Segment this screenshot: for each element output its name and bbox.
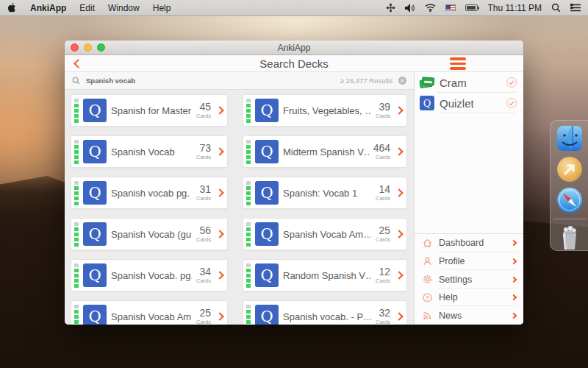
home-icon: [422, 238, 432, 247]
app-header: Search Decks: [65, 55, 523, 72]
card-count: 39: [376, 102, 390, 112]
sidebar-item-dashboard[interactable]: Dashboard: [415, 234, 523, 252]
quizlet-q-icon: Q: [255, 222, 279, 246]
service-cram[interactable]: Cram: [415, 72, 523, 93]
fan-status-icon[interactable]: [386, 3, 395, 13]
clear-search-icon[interactable]: [398, 77, 406, 85]
apple-menu[interactable]: [7, 2, 17, 13]
gear-icon: [422, 275, 432, 284]
minimize-window-button[interactable]: [84, 43, 92, 52]
cards-label: Cards: [376, 196, 390, 202]
quizlet-q-icon: Q: [255, 263, 279, 287]
battery-icon[interactable]: [465, 4, 478, 11]
sidebar-item-help[interactable]: ? Help: [415, 289, 523, 307]
card-count: 25: [376, 225, 390, 236]
close-window-button[interactable]: [71, 43, 79, 52]
deck-card[interactable]: Q Spanish vocab. - P… 32Cards: [243, 300, 407, 325]
page-title: Search Decks: [259, 57, 328, 70]
back-chevron-icon: [74, 59, 83, 68]
dock-trash-icon[interactable]: [556, 224, 584, 252]
progress-squares: [246, 99, 251, 123]
open-deck-chevron-icon[interactable]: [215, 188, 223, 197]
open-deck-chevron-icon[interactable]: [215, 106, 223, 114]
progress-squares: [74, 305, 79, 325]
dock-safari-icon[interactable]: [556, 186, 584, 214]
cards-label: Cards: [373, 155, 390, 160]
progress-squares: [246, 181, 251, 205]
sidebar-item-label: Help: [439, 292, 512, 302]
volume-icon[interactable]: [405, 4, 415, 13]
wifi-icon[interactable]: [425, 4, 436, 12]
deck-card[interactable]: Q Random Spanish V… 12Cards: [243, 259, 407, 291]
menubar-menu-help[interactable]: Help: [153, 3, 171, 13]
spotlight-search-icon[interactable]: [551, 3, 561, 13]
dock-app-icon[interactable]: [556, 155, 584, 183]
cards-label: Cards: [196, 278, 211, 284]
deck-card[interactable]: Q Spanish vocab pg. 40 31Cards: [71, 177, 228, 209]
cards-label: Cards: [196, 113, 211, 119]
open-deck-chevron-icon[interactable]: [395, 188, 403, 197]
service-enabled-check-icon[interactable]: [506, 98, 517, 108]
notification-center-icon[interactable]: [570, 4, 581, 12]
card-count: 14: [376, 184, 390, 194]
search-results-count: ≥ 26,477 Results: [340, 77, 392, 85]
open-deck-chevron-icon[interactable]: [395, 312, 403, 320]
search-input[interactable]: Spanish vocab: [86, 77, 334, 85]
deck-card[interactable]: Q Spanish Vocab Am… 25Cards: [71, 300, 228, 325]
deck-card[interactable]: Q Spanish Vocab 73Cards: [71, 135, 228, 168]
deck-card[interactable]: Q Fruits, Vegetables, … 39Cards: [243, 94, 407, 127]
zoom-window-button[interactable]: [97, 43, 105, 52]
deck-card[interactable]: Q Spanish for Master… 45Cards: [71, 94, 228, 127]
rss-news-icon: [422, 311, 432, 320]
service-quizlet[interactable]: Q Quizlet: [415, 93, 523, 113]
sidebar-item-profile[interactable]: Profile: [415, 252, 523, 271]
cards-label: Cards: [376, 237, 390, 243]
menubar-clock[interactable]: Thu 11:11 PM: [487, 3, 542, 13]
us-flag-input-source-icon[interactable]: [445, 4, 456, 11]
card-count: 12: [376, 266, 390, 277]
quizlet-q-icon: Q: [255, 99, 279, 122]
chevron-right-icon: [511, 240, 517, 246]
quizlet-q-icon: Q: [83, 140, 107, 163]
deck-name: Random Spanish V…: [283, 270, 371, 281]
sidebar-item-settings[interactable]: Settings: [415, 270, 523, 289]
cards-label: Cards: [196, 196, 211, 202]
quizlet-q-icon: Q: [255, 305, 279, 325]
cards-label: Cards: [196, 237, 211, 243]
search-bar[interactable]: Spanish vocab ≥ 26,477 Results: [65, 72, 414, 90]
deck-name: Spanish Vocab Am…: [283, 229, 371, 240]
open-deck-chevron-icon[interactable]: [215, 147, 223, 155]
open-deck-chevron-icon[interactable]: [215, 230, 223, 238]
deck-card[interactable]: Q Spanish Vocab (gu… 56Cards: [71, 218, 228, 250]
deck-card[interactable]: Q Spanish Vocab Am… 25Cards: [243, 218, 407, 250]
card-count: 45: [196, 102, 211, 112]
quizlet-q-icon: Q: [83, 99, 107, 122]
deck-card[interactable]: Q Midterm Spanish V… 464Cards: [243, 135, 407, 168]
open-deck-chevron-icon[interactable]: [215, 271, 223, 279]
deck-card[interactable]: Q Spanish Vocab. pg.… 34Cards: [71, 259, 228, 291]
dock-finder-icon[interactable]: [556, 124, 584, 152]
open-deck-chevron-icon[interactable]: [395, 147, 403, 155]
back-button[interactable]: [69, 56, 84, 71]
open-deck-chevron-icon[interactable]: [395, 106, 403, 114]
open-deck-chevron-icon[interactable]: [215, 312, 223, 320]
quizlet-q-icon: Q: [255, 181, 279, 205]
menubar-menu-edit[interactable]: Edit: [79, 3, 95, 13]
service-enabled-check-icon[interactable]: [506, 77, 517, 88]
deck-name: Midterm Spanish V…: [283, 146, 369, 158]
deck-name: Spanish Vocab (gu…: [111, 229, 192, 240]
apple-icon: [7, 2, 17, 13]
deck-card[interactable]: Q Spanish: Vocab 1 14Cards: [243, 177, 407, 209]
window-titlebar[interactable]: AnkiApp: [65, 40, 523, 55]
open-deck-chevron-icon[interactable]: [395, 271, 403, 279]
help-icon: ?: [422, 293, 432, 302]
sidebar-item-news[interactable]: News: [415, 306, 523, 325]
cards-label: Cards: [376, 278, 390, 284]
menubar-app-menu[interactable]: AnkiApp: [30, 3, 66, 13]
cards-label: Cards: [196, 319, 211, 325]
chevron-right-icon: [511, 312, 517, 318]
menu-hamburger-button[interactable]: [450, 57, 466, 70]
open-deck-chevron-icon[interactable]: [395, 230, 403, 238]
progress-squares: [74, 140, 79, 164]
menubar-menu-window[interactable]: Window: [108, 3, 140, 13]
